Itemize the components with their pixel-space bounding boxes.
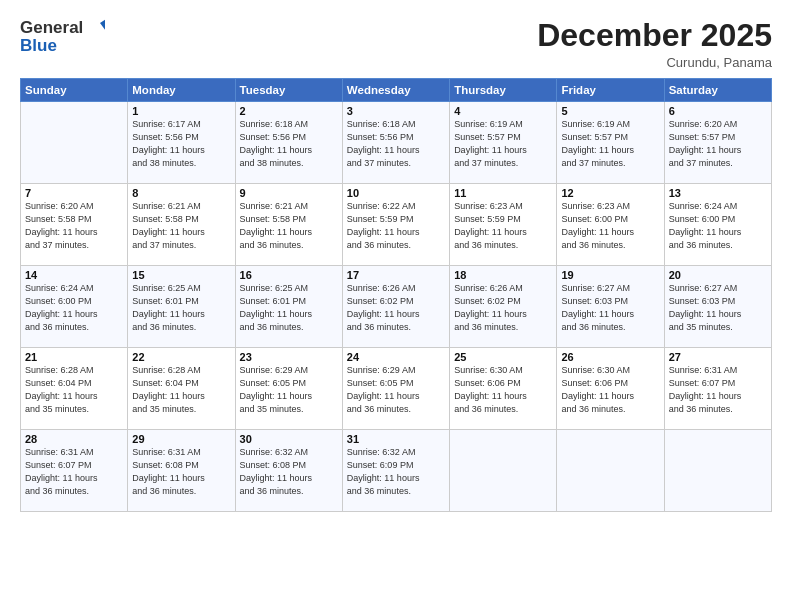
day-info: Sunrise: 6:30 AM Sunset: 6:06 PM Dayligh… xyxy=(561,364,659,416)
calendar-cell: 22Sunrise: 6:28 AM Sunset: 6:04 PM Dayli… xyxy=(128,348,235,430)
day-number: 28 xyxy=(25,433,123,445)
weekday-header: Thursday xyxy=(450,79,557,102)
day-number: 5 xyxy=(561,105,659,117)
day-info: Sunrise: 6:29 AM Sunset: 6:05 PM Dayligh… xyxy=(347,364,445,416)
day-info: Sunrise: 6:28 AM Sunset: 6:04 PM Dayligh… xyxy=(25,364,123,416)
day-number: 17 xyxy=(347,269,445,281)
day-number: 14 xyxy=(25,269,123,281)
calendar-cell: 15Sunrise: 6:25 AM Sunset: 6:01 PM Dayli… xyxy=(128,266,235,348)
calendar-cell: 4Sunrise: 6:19 AM Sunset: 5:57 PM Daylig… xyxy=(450,102,557,184)
day-info: Sunrise: 6:27 AM Sunset: 6:03 PM Dayligh… xyxy=(561,282,659,334)
day-number: 9 xyxy=(240,187,338,199)
calendar-cell: 11Sunrise: 6:23 AM Sunset: 5:59 PM Dayli… xyxy=(450,184,557,266)
day-number: 27 xyxy=(669,351,767,363)
calendar-cell: 17Sunrise: 6:26 AM Sunset: 6:02 PM Dayli… xyxy=(342,266,449,348)
day-info: Sunrise: 6:26 AM Sunset: 6:02 PM Dayligh… xyxy=(347,282,445,334)
calendar-cell: 30Sunrise: 6:32 AM Sunset: 6:08 PM Dayli… xyxy=(235,430,342,512)
calendar-week-row: 14Sunrise: 6:24 AM Sunset: 6:00 PM Dayli… xyxy=(21,266,772,348)
calendar-cell xyxy=(21,102,128,184)
day-number: 26 xyxy=(561,351,659,363)
day-number: 6 xyxy=(669,105,767,117)
day-number: 19 xyxy=(561,269,659,281)
day-number: 15 xyxy=(132,269,230,281)
weekday-header-row: SundayMondayTuesdayWednesdayThursdayFrid… xyxy=(21,79,772,102)
logo-icon xyxy=(85,18,105,38)
day-info: Sunrise: 6:22 AM Sunset: 5:59 PM Dayligh… xyxy=(347,200,445,252)
weekday-header: Tuesday xyxy=(235,79,342,102)
calendar-cell: 21Sunrise: 6:28 AM Sunset: 6:04 PM Dayli… xyxy=(21,348,128,430)
day-number: 18 xyxy=(454,269,552,281)
day-info: Sunrise: 6:31 AM Sunset: 6:08 PM Dayligh… xyxy=(132,446,230,498)
day-info: Sunrise: 6:24 AM Sunset: 6:00 PM Dayligh… xyxy=(25,282,123,334)
calendar-cell: 14Sunrise: 6:24 AM Sunset: 6:00 PM Dayli… xyxy=(21,266,128,348)
calendar-cell: 25Sunrise: 6:30 AM Sunset: 6:06 PM Dayli… xyxy=(450,348,557,430)
calendar-cell: 12Sunrise: 6:23 AM Sunset: 6:00 PM Dayli… xyxy=(557,184,664,266)
day-info: Sunrise: 6:28 AM Sunset: 6:04 PM Dayligh… xyxy=(132,364,230,416)
day-info: Sunrise: 6:23 AM Sunset: 6:00 PM Dayligh… xyxy=(561,200,659,252)
calendar-cell: 23Sunrise: 6:29 AM Sunset: 6:05 PM Dayli… xyxy=(235,348,342,430)
calendar-cell: 2Sunrise: 6:18 AM Sunset: 5:56 PM Daylig… xyxy=(235,102,342,184)
calendar-table: SundayMondayTuesdayWednesdayThursdayFrid… xyxy=(20,78,772,512)
day-number: 24 xyxy=(347,351,445,363)
day-info: Sunrise: 6:20 AM Sunset: 5:58 PM Dayligh… xyxy=(25,200,123,252)
logo-general: General xyxy=(20,18,83,38)
weekday-header: Saturday xyxy=(664,79,771,102)
weekday-header: Monday xyxy=(128,79,235,102)
day-info: Sunrise: 6:31 AM Sunset: 6:07 PM Dayligh… xyxy=(669,364,767,416)
calendar-cell: 18Sunrise: 6:26 AM Sunset: 6:02 PM Dayli… xyxy=(450,266,557,348)
calendar-cell: 10Sunrise: 6:22 AM Sunset: 5:59 PM Dayli… xyxy=(342,184,449,266)
day-number: 25 xyxy=(454,351,552,363)
day-number: 30 xyxy=(240,433,338,445)
day-number: 4 xyxy=(454,105,552,117)
calendar-cell: 1Sunrise: 6:17 AM Sunset: 5:56 PM Daylig… xyxy=(128,102,235,184)
calendar-week-row: 28Sunrise: 6:31 AM Sunset: 6:07 PM Dayli… xyxy=(21,430,772,512)
day-number: 13 xyxy=(669,187,767,199)
calendar-cell: 13Sunrise: 6:24 AM Sunset: 6:00 PM Dayli… xyxy=(664,184,771,266)
day-number: 20 xyxy=(669,269,767,281)
calendar-cell: 3Sunrise: 6:18 AM Sunset: 5:56 PM Daylig… xyxy=(342,102,449,184)
calendar-cell xyxy=(664,430,771,512)
calendar-cell: 27Sunrise: 6:31 AM Sunset: 6:07 PM Dayli… xyxy=(664,348,771,430)
calendar-cell: 8Sunrise: 6:21 AM Sunset: 5:58 PM Daylig… xyxy=(128,184,235,266)
calendar-cell: 7Sunrise: 6:20 AM Sunset: 5:58 PM Daylig… xyxy=(21,184,128,266)
day-info: Sunrise: 6:32 AM Sunset: 6:09 PM Dayligh… xyxy=(347,446,445,498)
day-number: 23 xyxy=(240,351,338,363)
day-number: 31 xyxy=(347,433,445,445)
day-info: Sunrise: 6:27 AM Sunset: 6:03 PM Dayligh… xyxy=(669,282,767,334)
logo: General Blue xyxy=(20,18,105,56)
weekday-header: Friday xyxy=(557,79,664,102)
calendar-cell: 19Sunrise: 6:27 AM Sunset: 6:03 PM Dayli… xyxy=(557,266,664,348)
calendar-cell: 26Sunrise: 6:30 AM Sunset: 6:06 PM Dayli… xyxy=(557,348,664,430)
logo-blue: Blue xyxy=(20,36,105,56)
location: Curundu, Panama xyxy=(537,55,772,70)
day-number: 29 xyxy=(132,433,230,445)
calendar-cell: 24Sunrise: 6:29 AM Sunset: 6:05 PM Dayli… xyxy=(342,348,449,430)
day-info: Sunrise: 6:18 AM Sunset: 5:56 PM Dayligh… xyxy=(347,118,445,170)
day-info: Sunrise: 6:25 AM Sunset: 6:01 PM Dayligh… xyxy=(240,282,338,334)
day-info: Sunrise: 6:21 AM Sunset: 5:58 PM Dayligh… xyxy=(240,200,338,252)
calendar-week-row: 21Sunrise: 6:28 AM Sunset: 6:04 PM Dayli… xyxy=(21,348,772,430)
calendar-cell: 9Sunrise: 6:21 AM Sunset: 5:58 PM Daylig… xyxy=(235,184,342,266)
day-info: Sunrise: 6:26 AM Sunset: 6:02 PM Dayligh… xyxy=(454,282,552,334)
day-info: Sunrise: 6:29 AM Sunset: 6:05 PM Dayligh… xyxy=(240,364,338,416)
month-title: December 2025 xyxy=(537,18,772,53)
calendar-cell xyxy=(557,430,664,512)
day-number: 16 xyxy=(240,269,338,281)
day-info: Sunrise: 6:23 AM Sunset: 5:59 PM Dayligh… xyxy=(454,200,552,252)
day-info: Sunrise: 6:19 AM Sunset: 5:57 PM Dayligh… xyxy=(454,118,552,170)
page-header: General Blue December 2025 Curundu, Pana… xyxy=(20,18,772,70)
calendar-cell xyxy=(450,430,557,512)
calendar-cell: 28Sunrise: 6:31 AM Sunset: 6:07 PM Dayli… xyxy=(21,430,128,512)
calendar-cell: 20Sunrise: 6:27 AM Sunset: 6:03 PM Dayli… xyxy=(664,266,771,348)
weekday-header: Wednesday xyxy=(342,79,449,102)
day-number: 21 xyxy=(25,351,123,363)
day-number: 7 xyxy=(25,187,123,199)
title-block: December 2025 Curundu, Panama xyxy=(537,18,772,70)
day-info: Sunrise: 6:25 AM Sunset: 6:01 PM Dayligh… xyxy=(132,282,230,334)
day-info: Sunrise: 6:21 AM Sunset: 5:58 PM Dayligh… xyxy=(132,200,230,252)
weekday-header: Sunday xyxy=(21,79,128,102)
day-number: 10 xyxy=(347,187,445,199)
calendar-cell: 16Sunrise: 6:25 AM Sunset: 6:01 PM Dayli… xyxy=(235,266,342,348)
day-number: 22 xyxy=(132,351,230,363)
calendar-cell: 29Sunrise: 6:31 AM Sunset: 6:08 PM Dayli… xyxy=(128,430,235,512)
